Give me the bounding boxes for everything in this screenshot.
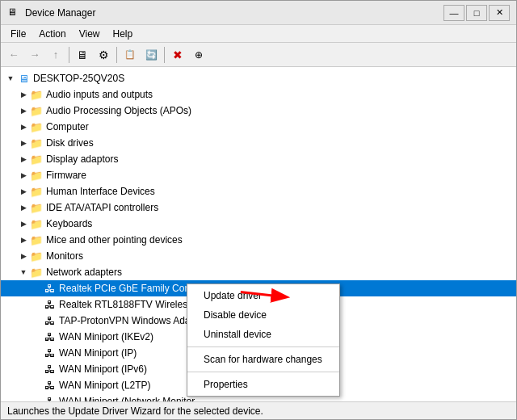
expander-realtek-gbe: [30, 282, 43, 295]
expander-keyboards[interactable]: ▶: [17, 217, 30, 230]
update-button[interactable]: 🔄: [141, 45, 161, 65]
expander-wan-l2tp: [30, 379, 43, 392]
expander-realtek-wifi: [30, 298, 43, 311]
expander-display[interactable]: ▶: [17, 153, 30, 166]
tree-item-keyboards[interactable]: ▶ 📁 Keyboards: [1, 216, 516, 232]
title-buttons: — □ ✕: [443, 5, 510, 21]
audio-label: Audio inputs and outputs: [46, 89, 153, 100]
tree-item-mice[interactable]: ▶ 📁 Mice and other pointing devices: [1, 232, 516, 248]
expander-wan-netmon: [30, 395, 43, 401]
expander-wan-ikev2: [30, 330, 43, 343]
context-menu: Update driver Disable device Uninstall d…: [187, 284, 340, 397]
forward-button[interactable]: →: [25, 45, 44, 65]
tree-item-network[interactable]: ▼ 📁 Network adapters: [1, 264, 516, 280]
folder-icon-disk: 📁: [30, 136, 43, 149]
expander-firmware[interactable]: ▶: [17, 169, 30, 182]
settings-button[interactable]: ⚙: [94, 45, 113, 65]
context-menu-sep-2: [187, 372, 339, 372]
folder-icon-display: 📁: [30, 153, 43, 166]
expander-hid[interactable]: ▶: [17, 185, 30, 198]
folder-icon-audio-proc: 📁: [30, 104, 43, 117]
tree-item-disk[interactable]: ▶ 📁 Disk drives: [1, 135, 516, 151]
properties-button[interactable]: 📋: [120, 45, 140, 65]
context-menu-disable-device[interactable]: Disable device: [187, 305, 339, 325]
menu-file[interactable]: File: [4, 27, 32, 41]
tree-item-audio[interactable]: ▶ 📁 Audio inputs and outputs: [1, 86, 516, 103]
device-icon-wan-ipv6: 🖧: [43, 363, 56, 376]
uninstall-button[interactable]: ✖: [168, 45, 187, 65]
context-menu-scan-hardware[interactable]: Scan for hardware changes: [187, 350, 339, 369]
tree-item-ide[interactable]: ▶ 📁 IDE ATA/ATAPI controllers: [1, 200, 516, 216]
tree-item-audio-proc[interactable]: ▶ 📁 Audio Processing Objects (APOs): [1, 103, 516, 119]
tree-item-hid[interactable]: ▶ 📁 Human Interface Devices: [1, 183, 516, 200]
content-area: ▼ 🖥 DESKTOP-25QV20S ▶ 📁 Audio inputs and…: [1, 67, 516, 401]
folder-icon-network: 📁: [30, 266, 43, 279]
monitors-label: Monitors: [46, 250, 83, 262]
title-bar-left: 🖥 Device Manager: [7, 6, 95, 19]
device-icon-wan-l2tp: 🖧: [43, 379, 56, 392]
expander-network[interactable]: ▼: [17, 266, 30, 279]
menu-action[interactable]: Action: [32, 27, 72, 41]
context-menu-properties[interactable]: Properties: [187, 375, 339, 394]
close-button[interactable]: ✕: [489, 5, 510, 21]
device-icon-realtek-gbe: 🖧: [43, 282, 56, 295]
expander-computer[interactable]: ▶: [17, 120, 30, 133]
device-icon-wan-ikev2: 🖧: [43, 330, 56, 343]
expander-mice[interactable]: ▶: [17, 233, 30, 246]
expander-ide[interactable]: ▶: [17, 201, 30, 214]
context-menu-uninstall-device[interactable]: Uninstall device: [187, 325, 339, 344]
expander-wan-ipv6: [30, 363, 43, 376]
folder-icon-hid: 📁: [30, 185, 43, 198]
show-hidden-button[interactable]: 🖥: [73, 45, 92, 65]
tap-proton-label: TAP-ProtonVPN Windows Adapt…: [59, 315, 208, 326]
expander-audio[interactable]: ▶: [17, 88, 30, 101]
toolbar-separator-3: [164, 47, 165, 63]
tree-item-root[interactable]: ▼ 🖥 DESKTOP-25QV20S: [1, 70, 516, 86]
context-menu-update-driver[interactable]: Update driver: [187, 286, 339, 305]
computer-icon: 🖥: [17, 72, 30, 85]
tree-item-display[interactable]: ▶ 📁 Display adaptors: [1, 151, 516, 167]
expander-tap-proton: [30, 314, 43, 327]
folder-icon-keyboards: 📁: [30, 217, 43, 230]
device-icon-realtek-wifi: 🖧: [43, 298, 56, 311]
tree-item-computer[interactable]: ▶ 📁 Computer: [1, 119, 516, 135]
wan-netmon-label: WAN Miniport (Network Monitor…: [59, 396, 204, 401]
expander-root[interactable]: ▼: [4, 72, 17, 85]
expander-wan-ip: [30, 346, 43, 359]
expander-monitors[interactable]: ▶: [17, 250, 30, 262]
folder-icon-computer: 📁: [30, 120, 43, 133]
tree-item-firmware[interactable]: ▶ 📁 Firmware: [1, 167, 516, 183]
mice-label: Mice and other pointing devices: [46, 234, 183, 246]
title-bar: 🖥 Device Manager — □ ✕: [1, 1, 516, 25]
toolbar-separator-2: [116, 47, 117, 63]
folder-icon-ide: 📁: [30, 201, 43, 214]
expander-disk[interactable]: ▶: [17, 136, 30, 149]
back-button[interactable]: ←: [4, 45, 23, 65]
window-title: Device Manager: [25, 7, 95, 19]
menu-bar: File Action View Help: [1, 25, 516, 43]
folder-icon-mice: 📁: [30, 233, 43, 246]
root-label: DESKTOP-25QV20S: [33, 73, 124, 84]
audio-proc-label: Audio Processing Objects (APOs): [46, 105, 191, 116]
status-bar: Launches the Update Driver Wizard for th…: [1, 401, 516, 419]
maximize-button[interactable]: □: [466, 5, 487, 21]
wan-l2tp-label: WAN Miniport (L2TP): [59, 380, 151, 391]
wan-ikev2-label: WAN Miniport (IKEv2): [59, 331, 153, 342]
up-button[interactable]: ↑: [46, 45, 65, 65]
disk-label: Disk drives: [46, 137, 94, 149]
minimize-button[interactable]: —: [443, 5, 464, 21]
device-manager-window: 🖥 Device Manager — □ ✕ File Action View …: [0, 0, 517, 420]
keyboards-label: Keyboards: [46, 218, 92, 229]
expander-audio-proc[interactable]: ▶: [17, 104, 30, 117]
menu-view[interactable]: View: [73, 27, 107, 41]
folder-icon-audio: 📁: [30, 88, 43, 101]
device-icon-wan-netmon: 🖧: [43, 395, 56, 401]
toolbar-separator-1: [69, 47, 69, 63]
wan-ipv6-label: WAN Miniport (IPv6): [59, 363, 147, 375]
scan-button[interactable]: ⊕: [189, 45, 208, 65]
menu-help[interactable]: Help: [107, 27, 140, 41]
network-label: Network adapters: [46, 267, 122, 278]
device-icon-wan-ip: 🖧: [43, 346, 56, 359]
folder-icon-firmware: 📁: [30, 169, 43, 182]
tree-item-monitors[interactable]: ▶ 📁 Monitors: [1, 248, 516, 264]
